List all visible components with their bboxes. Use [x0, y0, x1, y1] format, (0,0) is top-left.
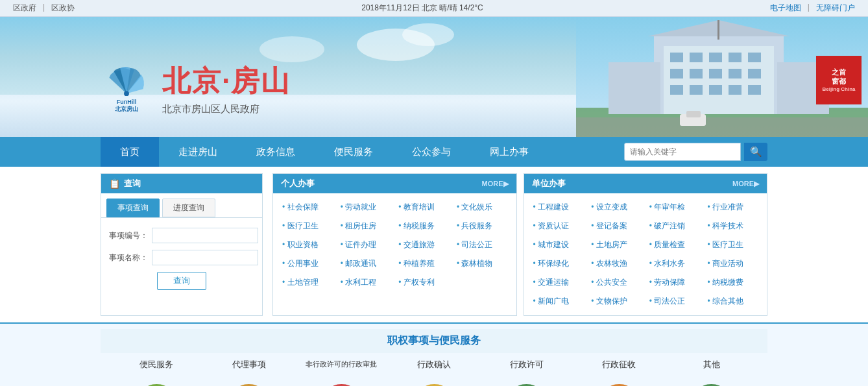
svg-rect-5 — [690, 53, 703, 62]
personal-service-item[interactable]: 种植养殖 — [394, 255, 453, 272]
top-sep: | — [43, 3, 45, 14]
bottom-service-label: 行政确认 — [417, 359, 451, 379]
personal-service-item[interactable]: 医疗卫生 — [278, 217, 337, 235]
unit-service-item[interactable]: 商业活动 — [703, 255, 762, 272]
personal-service-item[interactable]: 公用事业 — [278, 255, 337, 272]
query-tabs: 事项查询 进度查询 — [101, 193, 262, 218]
bottom-service-item[interactable]: 行政征收🪙 — [576, 359, 662, 386]
unit-service-item[interactable]: 设立变成 — [587, 199, 645, 216]
unit-service-item[interactable]: 工程建设 — [529, 199, 588, 216]
search-icon: 🔍 — [750, 146, 762, 158]
personal-service-more[interactable]: MORE▶ — [482, 180, 509, 188]
gov-link[interactable]: 区政府 — [13, 3, 36, 14]
emap-link[interactable]: 电子地图 — [770, 3, 801, 14]
unit-service-more[interactable]: MORE▶ — [732, 180, 759, 188]
tab-jindu[interactable]: 进度查询 — [162, 199, 215, 217]
query-btn-wrap: 查询 — [109, 272, 254, 290]
nav-search-form: 🔍 — [624, 143, 767, 161]
svg-rect-25 — [686, 111, 701, 117]
input-shixiang-bianhu[interactable] — [152, 228, 258, 243]
svg-rect-16 — [709, 85, 722, 95]
unit-service-item[interactable]: 质量检查 — [645, 236, 704, 254]
personal-service-item[interactable]: 兵役服务 — [453, 217, 511, 235]
search-button[interactable]: 🔍 — [744, 143, 767, 161]
nav-zhengwu[interactable]: 政务信息 — [237, 137, 315, 167]
unit-service-item[interactable]: 登记备案 — [587, 217, 645, 235]
unit-service-item[interactable]: 年审年检 — [645, 199, 704, 216]
query-panel-header: 📋 查询 — [101, 174, 262, 193]
corner-stamp: 之首 窗都 Beijing China — [816, 56, 862, 104]
unit-service-item[interactable]: 资质认证 — [529, 217, 588, 235]
unit-service-item[interactable]: 破产注销 — [645, 217, 704, 235]
bottom-service-item[interactable]: 行政许可📗 — [483, 359, 570, 386]
unit-service-item[interactable]: 水利水务 — [645, 255, 704, 272]
top-sep2: | — [808, 3, 810, 14]
search-input[interactable] — [624, 143, 741, 161]
unit-service-item[interactable]: 劳动保障 — [645, 274, 704, 291]
unit-service-item[interactable]: 公共安全 — [587, 274, 645, 291]
date-weather: 2018年11月12日 北京 晴/晴 14/2°C — [361, 3, 483, 12]
personal-service-item[interactable]: 证件办理 — [337, 236, 395, 254]
unit-service-item[interactable]: 文物保护 — [587, 293, 645, 310]
bottom-service-item[interactable]: 行政确认✅ — [391, 359, 477, 386]
query-form: 事项编号： 事项名称： 查询 — [101, 218, 262, 300]
svg-rect-11 — [709, 69, 722, 78]
unit-service-item[interactable]: 城市建设 — [529, 236, 588, 254]
bottom-icons: 便民服务👥代理事项✏️非行政许可的行政审批📄行政确认✅行政许可📗行政征收🪙其他➕ — [101, 353, 767, 386]
bottom-service-label: 行政许可 — [510, 359, 544, 379]
personal-service-item[interactable]: 社会保障 — [278, 199, 337, 216]
nav-bianmin[interactable]: 便民服务 — [315, 137, 392, 167]
site-title-sub: 北京市房山区人民政府 — [162, 103, 291, 115]
cppcc-link[interactable]: 区政协 — [51, 3, 75, 14]
personal-service-item[interactable]: 纳税服务 — [394, 217, 453, 235]
unit-service-item[interactable]: 综合其他 — [703, 293, 762, 310]
personal-service-item[interactable]: 交通旅游 — [394, 236, 453, 254]
personal-service-item[interactable]: 文化娱乐 — [453, 199, 511, 216]
personal-service-item[interactable]: 邮政通讯 — [337, 255, 395, 272]
personal-service-item[interactable]: 土地管理 — [278, 274, 337, 291]
unit-service-item[interactable]: 交通运输 — [529, 274, 588, 291]
svg-rect-4 — [670, 53, 683, 62]
personal-service-item[interactable]: 水利工程 — [337, 274, 395, 291]
nav-gongzhong[interactable]: 公众参与 — [392, 137, 470, 167]
unit-service-item[interactable]: 农林牧渔 — [587, 255, 645, 272]
personal-service-item[interactable]: 劳动就业 — [337, 199, 395, 216]
accessible-link[interactable]: 无障碍门户 — [816, 3, 855, 14]
personal-service-item[interactable]: 司法公正 — [453, 236, 511, 254]
personal-service-header: 个人办事 MORE▶ — [273, 174, 516, 193]
personal-service-item[interactable]: 产权专利 — [394, 274, 453, 291]
unit-service-item[interactable]: 环保绿化 — [529, 255, 588, 272]
bottom-service-item[interactable]: 其他➕ — [668, 359, 754, 386]
unit-service-item[interactable]: 土地房产 — [587, 236, 645, 254]
unit-service-title: 单位办事 — [532, 178, 566, 189]
personal-service-item[interactable]: 森林植物 — [453, 255, 511, 272]
svg-rect-12 — [729, 69, 741, 78]
nav-fangshan[interactable]: 走进房山 — [159, 137, 237, 167]
header-logo-area: FunHill 北京房山 北京·房山 北京市房山区人民政府 — [101, 62, 291, 115]
query-title: 查询 — [124, 178, 141, 189]
field-label-bianhu: 事项编号： — [109, 230, 148, 241]
bottom-section: 职权事项与便民服务 便民服务👥代理事项✏️非行政许可的行政审批📄行政确认✅行政许… — [0, 322, 868, 386]
funhill-logo: FunHill 北京房山 — [101, 65, 152, 114]
bottom-service-item[interactable]: 代理事项✏️ — [206, 359, 293, 386]
nav-home[interactable]: 首页 — [101, 137, 159, 167]
site-title-main: 北京·房山 — [162, 62, 291, 101]
svg-rect-13 — [748, 69, 761, 78]
unit-service-item[interactable]: 医疗卫生 — [703, 236, 762, 254]
svg-rect-21 — [609, 62, 660, 114]
unit-service-item[interactable]: 司法公正 — [645, 293, 704, 310]
input-shixiang-mingcheng[interactable] — [152, 250, 258, 265]
personal-service-item[interactable]: 职业资格 — [278, 236, 337, 254]
personal-service-item[interactable]: 教育培训 — [394, 199, 453, 216]
unit-service-item[interactable]: 科学技术 — [703, 217, 762, 235]
unit-service-item[interactable]: 行业准营 — [703, 199, 762, 216]
nav-wangshang[interactable]: 网上办事 — [470, 137, 548, 167]
bottom-service-item[interactable]: 便民服务👥 — [114, 359, 200, 386]
personal-service-title: 个人办事 — [281, 178, 315, 189]
personal-service-item[interactable]: 租房住房 — [337, 217, 395, 235]
query-submit-button[interactable]: 查询 — [157, 272, 206, 290]
unit-service-item[interactable]: 新闻广电 — [529, 293, 588, 310]
unit-service-item[interactable]: 纳税缴费 — [703, 274, 762, 291]
bottom-service-item[interactable]: 非行政许可的行政审批📄 — [298, 359, 385, 386]
tab-shixiang[interactable]: 事项查询 — [106, 199, 160, 217]
